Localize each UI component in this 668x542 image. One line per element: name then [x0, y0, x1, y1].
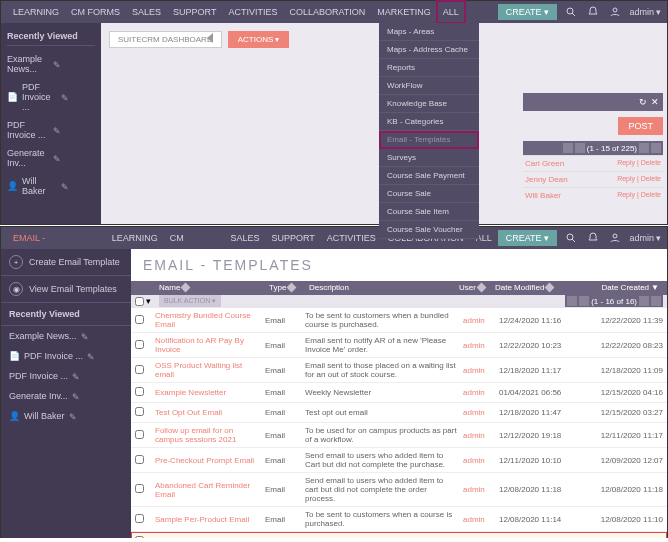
col-user[interactable]: User	[455, 283, 491, 292]
nav-support[interactable]: SUPPORT	[167, 1, 222, 23]
nav-activities[interactable]: ACTIVITIES	[222, 1, 283, 23]
user-icon[interactable]	[607, 230, 623, 246]
nav-email-templates[interactable]: EMAIL - TEMPLATES	[7, 227, 106, 249]
recent-item[interactable]: Example News...✎	[7, 50, 95, 78]
template-name-link[interactable]: OSS Product Waiting list email	[155, 361, 265, 379]
admin-link[interactable]: admin▾	[629, 233, 661, 243]
template-user-link[interactable]: admin	[463, 388, 499, 397]
activity-user-link[interactable]: Jenny Dean	[525, 175, 568, 184]
pencil-icon[interactable]: ✎	[53, 126, 95, 134]
template-name-link[interactable]: Follow up email for on campus sessions 2…	[155, 426, 265, 444]
template-user-link[interactable]: admin	[463, 408, 499, 417]
row-checkbox[interactable]	[135, 340, 144, 349]
reply-link[interactable]: Reply	[617, 175, 635, 182]
template-user-link[interactable]: admin	[463, 316, 499, 325]
nav-activities[interactable]: ACTIVITIES	[321, 227, 382, 249]
bell-icon[interactable]	[585, 230, 601, 246]
col-date-modified[interactable]: Date Modified	[491, 283, 573, 292]
nav-all[interactable]: ALL	[437, 1, 465, 23]
nav-sales[interactable]: SALES	[224, 227, 265, 249]
pencil-icon[interactable]: ✎	[53, 60, 95, 68]
dd-email-templates[interactable]: Email - Templates	[379, 131, 479, 149]
search-icon[interactable]	[563, 4, 579, 20]
template-name-link[interactable]: PDF Invoice Email Template	[155, 537, 265, 538]
search-icon[interactable]	[563, 230, 579, 246]
admin-link[interactable]: admin▾	[629, 7, 661, 17]
pager-next-icon[interactable]	[639, 296, 649, 306]
create-button[interactable]: CREATE▾	[498, 4, 558, 20]
dd-course-sale[interactable]: Course Sale	[379, 185, 479, 203]
pager-last-icon[interactable]	[651, 143, 661, 153]
pencil-icon[interactable]: ✎	[69, 412, 77, 420]
pencil-icon[interactable]: ✎	[53, 154, 95, 162]
template-user-link[interactable]: admin	[463, 515, 499, 524]
select-all-checkbox[interactable]	[135, 297, 144, 306]
recent-item[interactable]: Generate Inv...✎	[1, 386, 131, 406]
delete-link[interactable]: Delete	[641, 159, 661, 166]
pager-prev-icon[interactable]	[575, 143, 585, 153]
pager-prev-icon[interactable]	[579, 296, 589, 306]
recent-item[interactable]: PDF Invoice ...✎	[1, 366, 131, 386]
nav-cmforms[interactable]: CM FORMS	[65, 1, 126, 23]
create-button[interactable]: CREATE▾	[498, 230, 558, 246]
view-email-templates-link[interactable]: ◉View Email Templates	[1, 276, 131, 303]
nav-marketing[interactable]: MARKETING	[371, 1, 437, 23]
nav-learning[interactable]: LEARNING	[106, 227, 164, 249]
dd-reports[interactable]: Reports	[379, 59, 479, 77]
template-name-link[interactable]: Pre-Checkout Prompt Email	[155, 456, 265, 465]
reply-link[interactable]: Reply	[617, 159, 635, 166]
actions-button[interactable]: ACTIONS ▾	[228, 31, 290, 48]
template-name-link[interactable]: Test Opt Out Email	[155, 408, 265, 417]
pencil-icon[interactable]: ✎	[72, 372, 80, 380]
template-name-link[interactable]: Abandoned Cart Reminder Email	[155, 481, 265, 499]
recent-item[interactable]: Generate Inv...✎	[7, 144, 95, 172]
pager-last-icon[interactable]	[651, 296, 661, 306]
pager-first-icon[interactable]	[563, 143, 573, 153]
sidebar-collapse-icon[interactable]	[207, 33, 213, 43]
activity-user-link[interactable]: Carl Green	[525, 159, 564, 168]
template-user-link[interactable]: admin	[463, 537, 499, 538]
pencil-icon[interactable]: ✎	[61, 93, 96, 101]
col-name[interactable]: Name	[155, 283, 265, 292]
dd-workflow[interactable]: WorkFlow	[379, 77, 479, 95]
row-checkbox[interactable]	[135, 407, 144, 416]
delete-link[interactable]: Delete	[641, 175, 661, 182]
nav-sales[interactable]: SALES	[126, 1, 167, 23]
row-checkbox[interactable]	[135, 365, 144, 374]
row-checkbox[interactable]	[135, 315, 144, 324]
nav-collab[interactable]: COLLABORATION	[283, 1, 371, 23]
template-name-link[interactable]: Sample Per-Product Email	[155, 515, 265, 524]
dashboard-breadcrumb[interactable]: SUITECRM DASHBOARD	[109, 31, 222, 48]
col-date-created[interactable]: Date Created ▼	[573, 283, 663, 292]
pencil-icon[interactable]: ✎	[87, 352, 95, 360]
bell-icon[interactable]	[585, 4, 601, 20]
nav-cmforms[interactable]: CM FORMS	[164, 227, 225, 249]
pencil-icon[interactable]: ✎	[61, 182, 96, 190]
close-icon[interactable]: ✕	[651, 97, 659, 107]
pencil-icon[interactable]: ✎	[72, 392, 80, 400]
reply-link[interactable]: Reply	[617, 191, 635, 198]
dd-kb[interactable]: Knowledge Base	[379, 95, 479, 113]
row-checkbox[interactable]	[135, 484, 144, 493]
col-description[interactable]: Description	[305, 283, 455, 292]
post-button[interactable]: POST	[618, 117, 663, 135]
col-type[interactable]: Type	[265, 283, 305, 292]
user-icon[interactable]	[607, 4, 623, 20]
template-user-link[interactable]: admin	[463, 341, 499, 350]
recent-item[interactable]: 📄PDF Invoice ...✎	[7, 78, 95, 116]
recent-item[interactable]: 📄 PDF Invoice ...✎	[1, 346, 131, 366]
row-checkbox[interactable]	[135, 514, 144, 523]
recent-item[interactable]: 👤 Will Baker✎	[1, 406, 131, 426]
dd-course-item[interactable]: Course Sale Item	[379, 203, 479, 221]
dd-course-pay[interactable]: Course Sale Payment	[379, 167, 479, 185]
refresh-icon[interactable]: ↻	[639, 97, 647, 107]
template-user-link[interactable]: admin	[463, 485, 499, 494]
row-checkbox[interactable]	[135, 430, 144, 439]
template-user-link[interactable]: admin	[463, 456, 499, 465]
delete-link[interactable]: Delete	[641, 191, 661, 198]
recent-item[interactable]: 👤Will Baker✎	[7, 172, 95, 200]
chevron-down-icon[interactable]: ▾	[146, 296, 151, 306]
template-user-link[interactable]: admin	[463, 431, 499, 440]
bulk-action-button[interactable]: BULK ACTION ▾	[159, 295, 221, 307]
row-checkbox[interactable]	[135, 387, 144, 396]
